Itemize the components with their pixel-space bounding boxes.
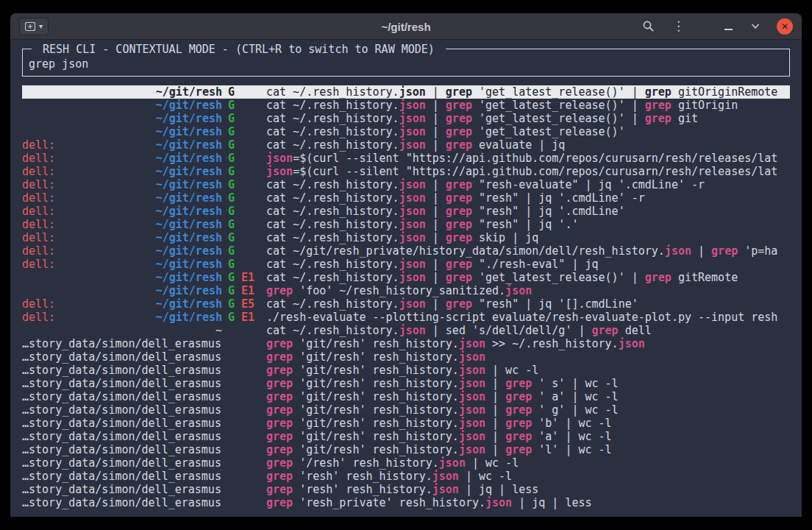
row-directory: ~/git/resh <box>156 297 222 311</box>
row-command: grep 'git/resh' resh_history.json | grep… <box>266 403 790 417</box>
titlebar[interactable]: ▾ ~/git/resh ⋮ <box>10 13 802 40</box>
search-query-input[interactable]: grep json <box>29 57 783 71</box>
restore-button[interactable] <box>749 21 762 32</box>
search-button[interactable] <box>641 18 656 34</box>
match-highlight: grep <box>266 390 293 403</box>
match-highlight: grep <box>446 125 472 138</box>
match-highlight: json <box>665 244 691 258</box>
row-context: ~/git/resh <box>22 112 222 125</box>
history-row[interactable]: dell:~/git/reshGcat ~/.resh_history.json… <box>22 205 790 218</box>
row-context: ~/git/resh <box>22 271 222 284</box>
history-row[interactable]: ~/git/reshG E1grep 'foo' ~/resh_history_… <box>22 284 790 297</box>
history-row[interactable]: …story_data/simon/dell_erasmusgrep 'git/… <box>22 403 790 417</box>
history-row[interactable]: dell:~/git/reshGcat ~/.resh_history.json… <box>22 218 790 231</box>
row-context: …story_data/simon/dell_erasmus <box>22 377 222 390</box>
row-command: grep 'foo' ~/resh_history_sanitized.json <box>266 284 790 297</box>
history-row[interactable]: ~/git/reshGcat ~/.resh_history.json | gr… <box>22 85 790 99</box>
history-row[interactable]: …story_data/simon/dell_erasmusgrep 'git/… <box>22 443 790 456</box>
row-context: dell:~/git/resh <box>22 258 222 271</box>
history-row[interactable]: …story_data/simon/dell_erasmusgrep 'resh… <box>22 496 790 509</box>
row-flag: E1 <box>235 311 254 324</box>
row-command: cat ~/.resh_history.json | grep "resh" |… <box>266 218 790 231</box>
history-row[interactable]: dell:~/git/reshGcat ~/.resh_history.json… <box>22 258 790 271</box>
row-flag: G <box>228 178 235 191</box>
history-row[interactable]: ~/git/reshGcat ~/.resh_history.json | gr… <box>22 125 790 138</box>
row-context: dell:~/git/resh <box>22 311 222 324</box>
match-highlight: grep <box>446 297 472 311</box>
match-highlight: grep <box>446 178 472 191</box>
match-highlight: grep <box>446 271 472 284</box>
match-highlight: json <box>399 231 426 244</box>
row-context: dell:~/git/resh <box>22 297 222 311</box>
history-row[interactable]: …story_data/simon/dell_erasmusgrep 'resh… <box>22 483 790 496</box>
history-row[interactable]: dell:~/git/reshGcat ~/git/resh_private/h… <box>22 244 790 258</box>
history-row[interactable]: …story_data/simon/dell_erasmusgrep 'git/… <box>22 337 790 350</box>
row-command: grep 'git/resh' resh_history.json | grep… <box>266 430 790 443</box>
row-context: …story_data/simon/dell_erasmus <box>22 496 222 509</box>
history-row[interactable]: dell:~/git/reshGcat ~/.resh_history.json… <box>22 178 790 191</box>
history-row[interactable]: …story_data/simon/dell_erasmusgrep 'resh… <box>22 470 790 483</box>
history-row[interactable]: …story_data/simon/dell_erasmusgrep 'git/… <box>22 364 790 377</box>
row-host: …story_data/simon/dell_erasmus <box>22 390 221 403</box>
row-flag: G <box>228 311 235 324</box>
row-host: …story_data/simon/dell_erasmus <box>22 430 221 443</box>
history-row[interactable]: dell:~/git/reshG E1./resh-evaluate --plo… <box>22 311 790 324</box>
history-row[interactable]: dell:~/git/reshGcat ~/.resh_history.json… <box>22 231 790 244</box>
history-row[interactable]: ~/git/reshG E1cat ~/.resh_history.json |… <box>22 271 790 284</box>
history-row[interactable]: dell:~/git/reshG E5cat ~/.resh_history.j… <box>22 297 790 311</box>
match-highlight: grep <box>266 337 293 350</box>
match-highlight: grep <box>505 377 532 390</box>
minimize-button[interactable] <box>723 21 734 32</box>
search-icon <box>642 20 655 32</box>
row-host: dell: <box>22 244 55 258</box>
match-highlight: json <box>399 138 426 152</box>
history-row[interactable]: ~/git/reshGcat ~/.resh_history.json | gr… <box>22 112 790 125</box>
row-flags <box>228 456 260 470</box>
row-command: cat ~/.resh_history.json | grep 'get_lat… <box>266 85 790 99</box>
row-host: dell: <box>22 258 55 271</box>
match-highlight: json <box>459 417 485 430</box>
history-row[interactable]: dell:~/git/reshGcat ~/.resh_history.json… <box>22 191 790 205</box>
row-host: …story_data/simon/dell_erasmus <box>22 403 221 417</box>
history-row[interactable]: …story_data/simon/dell_erasmusgrep 'git/… <box>22 430 790 443</box>
row-flag: G <box>228 205 235 218</box>
row-host: …story_data/simon/dell_erasmus <box>22 456 221 470</box>
new-tab-button[interactable]: ▾ <box>19 18 49 35</box>
row-command: cat ~/.resh_history.json | grep evaluate… <box>266 138 790 152</box>
row-flag: G <box>228 191 235 205</box>
row-flags: G <box>228 231 260 244</box>
history-row[interactable]: ~cat ~/.resh_history.json | sed 's/dell/… <box>22 324 790 337</box>
row-context: dell:~/git/resh <box>22 152 222 165</box>
history-row[interactable]: …story_data/simon/dell_erasmusgrep 'git/… <box>22 417 790 430</box>
match-highlight: json <box>619 337 645 350</box>
history-row[interactable]: dell:~/git/reshGjson=$(curl --silent "ht… <box>22 165 790 178</box>
row-flags <box>228 403 260 417</box>
row-context: dell:~/git/resh <box>22 205 222 218</box>
history-row[interactable]: …story_data/simon/dell_erasmusgrep 'git/… <box>22 350 790 364</box>
history-row[interactable]: …story_data/simon/dell_erasmusgrep '/res… <box>22 456 790 470</box>
row-host: dell: <box>22 218 55 231</box>
match-highlight: json <box>399 258 426 271</box>
row-flags: G <box>228 165 260 178</box>
row-context: dell:~/git/resh <box>22 231 222 244</box>
row-command: json=$(curl --silent "https://api.github… <box>266 152 790 165</box>
row-directory: ~/git/resh <box>156 218 222 231</box>
close-button[interactable]: ✕ <box>777 18 793 35</box>
history-row[interactable]: ~/git/reshGcat ~/.resh_history.json | gr… <box>22 99 790 112</box>
match-highlight: grep <box>266 284 293 297</box>
row-context: …story_data/simon/dell_erasmus <box>22 337 222 350</box>
close-icon: ✕ <box>781 22 788 31</box>
menu-button[interactable]: ⋮ <box>671 18 686 34</box>
history-row[interactable]: dell:~/git/reshGcat ~/.resh_history.json… <box>22 138 790 152</box>
row-flags: G <box>228 205 260 218</box>
row-host: …story_data/simon/dell_erasmus <box>22 364 221 377</box>
row-flags: G <box>228 112 260 125</box>
match-highlight: json <box>432 470 459 483</box>
match-highlight: json <box>399 218 426 231</box>
history-row[interactable]: …story_data/simon/dell_erasmusgrep 'git/… <box>22 390 790 403</box>
history-row[interactable]: …story_data/simon/dell_erasmusgrep 'git/… <box>22 377 790 390</box>
row-command: grep 'git/resh' resh_history.json >> ~/.… <box>266 337 790 350</box>
row-host: …story_data/simon/dell_erasmus <box>22 483 221 496</box>
row-flags: G <box>228 258 260 271</box>
history-row[interactable]: dell:~/git/reshGjson=$(curl --silent "ht… <box>22 152 790 165</box>
